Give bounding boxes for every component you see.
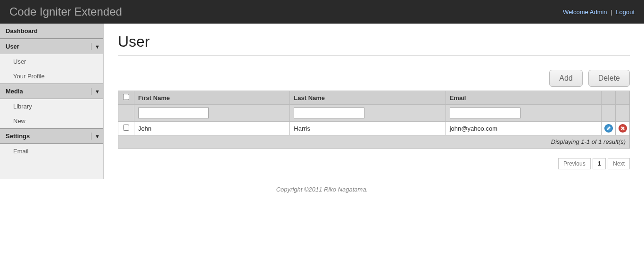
select-all-checkbox[interactable] [123,94,129,100]
filter-last-name-input[interactable] [294,108,364,118]
table-footer-row: Displaying 1-1 of 1 result(s) [118,135,630,149]
sidebar: Dashboard User ▼ User Your Profile Media… [0,24,104,179]
cell-first-name: John [134,122,290,135]
separator: | [611,8,612,16]
filter-first-name-input[interactable] [138,108,209,118]
cell-email: john@yahoo.com [446,122,601,135]
header-first-name[interactable]: First Name [134,91,290,105]
filter-delete-cell [616,105,630,122]
filter-checkbox-cell [118,105,134,122]
action-bar: Add Delete [118,70,630,87]
pager-next[interactable]: Next [608,158,630,169]
sidebar-item-email[interactable]: Email [0,144,103,158]
delete-button[interactable]: Delete [588,70,630,87]
chevron-down-icon[interactable]: ▼ [91,88,103,95]
sidebar-section-settings[interactable]: Settings ▼ [0,128,103,144]
table-summary: Displaying 1-1 of 1 result(s) [118,135,630,149]
filter-email-input[interactable] [450,108,520,118]
sidebar-item-user[interactable]: User [0,54,103,69]
table-header-row: First Name Last Name Email [118,91,630,105]
sidebar-label-media: Media [6,88,23,95]
add-button[interactable]: Add [549,70,582,87]
page-title: User [118,33,630,50]
table-filter-row [118,105,630,122]
edit-icon[interactable] [604,124,613,133]
header-checkbox-cell [118,91,134,105]
table-row: John Harris john@yahoo.com [118,122,630,135]
chevron-down-icon[interactable]: ▼ [91,43,103,50]
filter-last-name-cell [290,105,446,122]
sidebar-item-library[interactable]: Library [0,99,103,114]
sidebar-label-user: User [6,43,19,50]
sidebar-item-dashboard[interactable]: Dashboard [0,24,103,39]
divider [118,55,630,56]
cell-edit [602,122,616,135]
filter-email-cell [446,105,601,122]
header-delete-col [616,91,630,105]
delete-icon[interactable] [619,124,627,133]
cell-last-name: Harris [290,122,446,135]
sidebar-section-user[interactable]: User ▼ [0,39,103,54]
sidebar-section-media[interactable]: Media ▼ [0,83,103,99]
app-header: Code Igniter Extended Welcome Admin | Lo… [0,0,644,24]
main-content: User Add Delete First Name Last Name Ema… [104,24,644,179]
sidebar-item-new[interactable]: New [0,114,103,128]
user-table: First Name Last Name Email [118,91,630,149]
pager-prev[interactable]: Previous [558,158,591,169]
cell-delete [616,122,630,135]
sidebar-label-settings: Settings [6,133,30,140]
pager: Previous 1 Next [118,158,630,169]
chevron-down-icon[interactable]: ▼ [91,133,103,140]
pager-page-1[interactable]: 1 [593,158,606,169]
header-email[interactable]: Email [446,91,601,105]
filter-edit-cell [602,105,616,122]
page-footer: Copyright ©2011 Riko Nagatama. [0,179,644,200]
header-last-name[interactable]: Last Name [290,91,446,105]
header-edit-col [602,91,616,105]
welcome-link[interactable]: Welcome Admin [563,8,607,16]
filter-first-name-cell [134,105,290,122]
brand-title: Code Igniter Extended [9,5,122,18]
row-checkbox-cell [118,122,134,135]
sidebar-item-your-profile[interactable]: Your Profile [0,69,103,83]
header-right: Welcome Admin | Logout [563,8,635,16]
row-checkbox[interactable] [123,125,129,131]
logout-link[interactable]: Logout [616,8,635,16]
sidebar-label-dashboard: Dashboard [6,27,38,34]
